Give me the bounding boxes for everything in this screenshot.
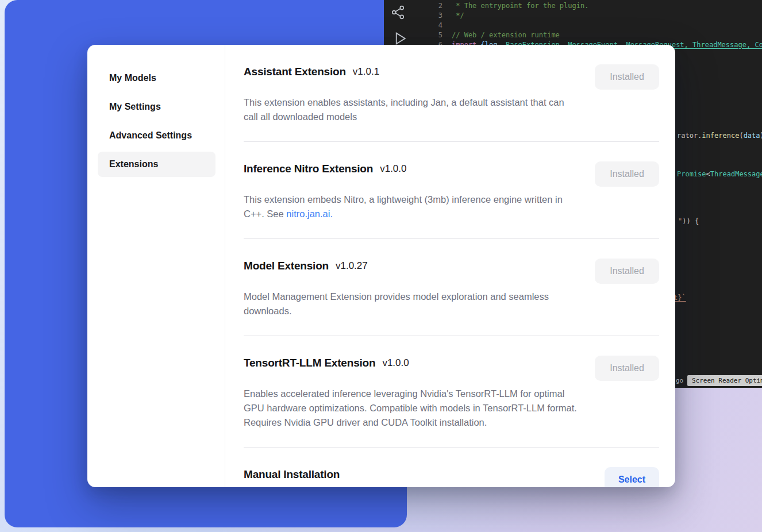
screen-reader-notice[interactable]: Screen Reader Optimize	[687, 375, 762, 386]
share-icon[interactable]	[390, 5, 406, 22]
line-number: 2	[411, 2, 452, 10]
extension-version: v1.0.1	[353, 64, 379, 79]
extension-name: Assistant Extension	[244, 64, 346, 79]
extension-description: This extension embeds Nitro, a lightweig…	[244, 192, 577, 221]
sidebar-item-advanced-settings[interactable]: Advanced Settings	[98, 123, 215, 148]
status-text: go	[676, 377, 683, 384]
installed-button[interactable]: Installed	[595, 356, 659, 381]
extension-version: v1.0.0	[380, 161, 406, 176]
sidebar-item-my-models[interactable]: My Models	[98, 65, 215, 91]
code-line: 3 */	[411, 10, 762, 20]
code-text: // Web / extension runtime	[452, 31, 560, 39]
code-area: 2 * The entrypoint for the plugin. 3 */ …	[411, 1, 762, 49]
extension-row-assistant: Assistant Extension v1.0.1 Installed Thi…	[244, 45, 659, 141]
installed-button[interactable]: Installed	[595, 161, 659, 187]
code-fragment: t}`	[674, 294, 686, 302]
manual-installation-row: Manual Installation Select Select an ext…	[244, 447, 659, 487]
extension-description: Enables accelerated inference leveraging…	[244, 387, 577, 430]
extensions-panel: Assistant Extension v1.0.1 Installed Thi…	[225, 45, 675, 487]
line-number: 5	[411, 31, 452, 39]
settings-sidebar: My Models My Settings Advanced Settings …	[87, 45, 225, 487]
code-line: 5 // Web / extension runtime	[411, 30, 762, 40]
extension-version: v1.0.27	[336, 259, 368, 273]
extension-row-model: Model Extension v1.0.27 Installed Model …	[244, 238, 659, 336]
installed-button[interactable]: Installed	[595, 64, 659, 90]
extension-row-nitro: Inference Nitro Extension v1.0.0 Install…	[244, 141, 659, 238]
code-fragment: ")) {	[678, 217, 699, 225]
code-line: 2 * The entrypoint for the plugin.	[411, 1, 762, 10]
sidebar-item-extensions[interactable]: Extensions	[98, 152, 215, 177]
extension-name: TensortRT-LLM Extension	[244, 356, 375, 371]
sidebar-item-my-settings[interactable]: My Settings	[98, 94, 215, 119]
extension-row-tensorrt: TensortRT-LLM Extension v1.0.0 Installed…	[244, 336, 659, 447]
extension-name: Inference Nitro Extension	[244, 161, 373, 176]
select-file-button[interactable]: Select	[605, 467, 659, 487]
code-fragment: rator.inference(data));	[677, 132, 762, 140]
desktop-background: 2 * The entrypoint for the plugin. 3 */ …	[0, 0, 762, 532]
code-text: */	[452, 11, 464, 20]
manual-installation-title: Manual Installation	[244, 467, 340, 482]
line-number: 3	[411, 11, 452, 20]
settings-modal: My Models My Settings Advanced Settings …	[87, 45, 675, 487]
code-text: * The entrypoint for the plugin.	[452, 2, 588, 10]
code-fragment: Promise<ThreadMessage>	[677, 170, 762, 178]
extension-name: Model Extension	[244, 259, 329, 273]
code-line: 4	[411, 20, 762, 30]
installed-button[interactable]: Installed	[595, 259, 659, 284]
extension-description: This extension enables assistants, inclu…	[244, 95, 577, 124]
extension-version: v1.0.0	[382, 356, 409, 371]
extension-description: Model Management Extension provides mode…	[244, 290, 557, 318]
nitro-jan-ai-link[interactable]: nitro.jan.ai.	[286, 209, 333, 219]
line-number: 4	[411, 21, 452, 29]
